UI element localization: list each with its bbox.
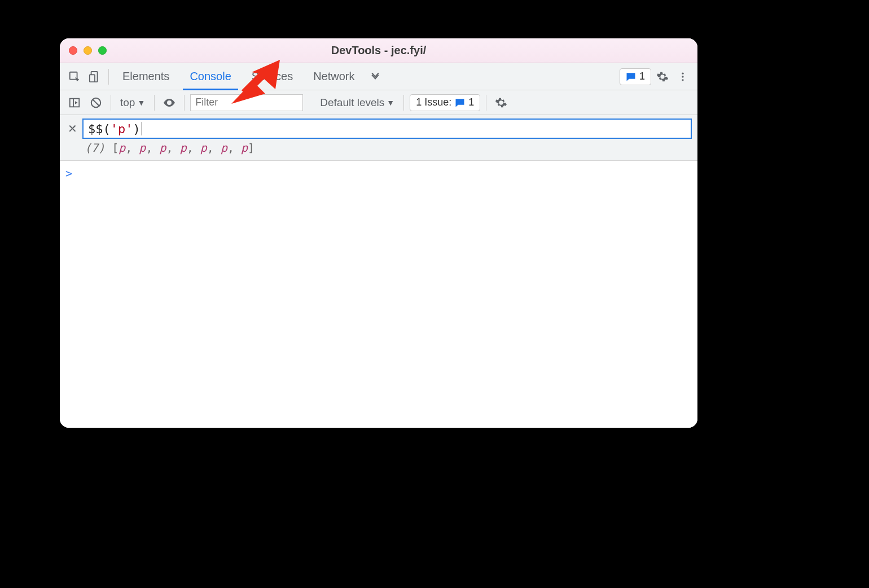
context-dropdown[interactable]: top ▼ — [117, 96, 148, 109]
svg-point-3 — [682, 72, 683, 74]
message-icon — [626, 72, 636, 82]
token-paren: ( — [103, 122, 111, 136]
chevron-down-icon: ▼ — [137, 98, 145, 107]
context-label: top — [120, 96, 135, 109]
issues-label: 1 Issue: — [416, 96, 451, 108]
token-string: 'p' — [111, 122, 133, 136]
live-expression-input[interactable]: $$('p') — [82, 119, 692, 139]
comma: , — [227, 141, 241, 155]
device-toolbar-icon[interactable] — [86, 68, 104, 86]
window-titlebar: DevTools - jec.fyi/ — [60, 38, 697, 63]
result-element[interactable]: p — [139, 141, 146, 155]
more-tabs-icon[interactable] — [366, 68, 384, 86]
separator — [486, 95, 486, 111]
token-paren: ) — [133, 122, 141, 136]
bracket-open: [ — [112, 141, 118, 155]
tab-elements[interactable]: Elements — [113, 63, 178, 90]
issues-badge[interactable]: 1 Issue: 1 — [410, 94, 480, 111]
svg-point-4 — [682, 76, 683, 77]
settings-gear-icon[interactable] — [653, 68, 672, 86]
tab-sources[interactable]: Sources — [243, 63, 302, 90]
svg-point-11 — [168, 102, 170, 104]
clear-console-icon[interactable] — [87, 94, 105, 112]
svg-rect-6 — [70, 98, 80, 107]
bracket-close: ] — [248, 141, 254, 155]
result-element[interactable]: p — [221, 141, 227, 155]
window-title: DevTools - jec.fyi/ — [60, 44, 697, 57]
comma: , — [187, 141, 200, 155]
result-element[interactable]: p — [118, 141, 125, 155]
issues-count: 1 — [468, 96, 474, 108]
result-count: (7) — [85, 141, 105, 155]
devtools-window: DevTools - jec.fyi/ Elements Console Sou… — [60, 38, 697, 428]
comma: , — [166, 141, 180, 155]
separator — [111, 95, 111, 111]
tab-network[interactable]: Network — [304, 63, 363, 90]
log-levels-label: Default levels — [320, 96, 384, 109]
console-sidebar-toggle-icon[interactable] — [65, 94, 84, 112]
result-element[interactable]: p — [180, 141, 187, 155]
separator — [403, 95, 404, 111]
devtools-tabbar: Elements Console Sources Network 1 — [60, 63, 697, 90]
kebab-menu-icon[interactable] — [674, 68, 692, 86]
messages-badge[interactable]: 1 — [620, 68, 651, 85]
svg-marker-8 — [75, 101, 78, 104]
live-expression-result[interactable]: (7) [p, p, p, p, p, p, p] — [60, 139, 697, 155]
token-identifier: $$ — [88, 122, 103, 136]
messages-count: 1 — [639, 71, 645, 82]
result-element[interactable]: p — [160, 141, 166, 155]
prompt-chevron-icon: > — [65, 166, 72, 180]
separator — [108, 69, 109, 85]
comma: , — [146, 141, 159, 155]
filter-input[interactable] — [190, 94, 303, 111]
tab-console[interactable]: Console — [181, 63, 240, 90]
console-settings-gear-icon[interactable] — [492, 94, 510, 112]
log-levels-dropdown[interactable]: Default levels ▼ — [317, 96, 398, 109]
result-element[interactable]: p — [241, 141, 248, 155]
inspect-element-icon[interactable] — [65, 68, 84, 86]
separator — [154, 95, 155, 111]
chevron-down-icon: ▼ — [387, 98, 394, 107]
comma: , — [207, 141, 221, 155]
live-expression-block: ✕ $$('p') (7) [p, p, p, p, p, p, p] — [60, 115, 697, 161]
message-icon — [455, 98, 465, 108]
svg-line-10 — [93, 99, 99, 106]
console-subbar: top ▼ Default levels ▼ 1 Issue: 1 — [60, 90, 697, 115]
remove-live-expression-button[interactable]: ✕ — [65, 122, 79, 135]
svg-rect-2 — [90, 74, 95, 82]
live-expression-eye-icon[interactable] — [160, 94, 178, 112]
result-element[interactable]: p — [200, 141, 207, 155]
svg-point-5 — [682, 79, 683, 81]
separator — [184, 95, 185, 111]
console-prompt-row[interactable]: > — [60, 161, 697, 186]
comma: , — [125, 141, 139, 155]
console-content: ✕ $$('p') (7) [p, p, p, p, p, p, p] > — [60, 115, 697, 428]
text-caret — [142, 122, 142, 135]
